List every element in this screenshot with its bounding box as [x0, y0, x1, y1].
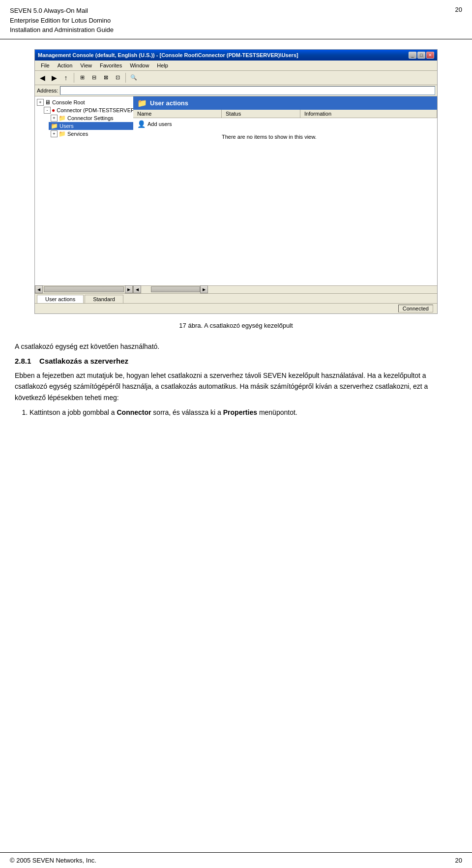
menubar: File Action View Favorites Window Help: [35, 61, 437, 71]
settings-folder-icon: 📁: [59, 115, 66, 122]
add-users-icon: 👤: [137, 120, 146, 128]
toolbar-btn2[interactable]: ⊞: [77, 72, 88, 83]
toolbar-btn6[interactable]: 🔍: [128, 72, 139, 83]
list-item-1: Kattintson a jobb gombbal a Connector so…: [30, 407, 457, 418]
status-bar: Connected: [35, 303, 437, 313]
toolbar: ◀ ▶ ↑ ⊞ ⊟ ⊠ ⊡ 🔍: [35, 71, 437, 85]
menu-window[interactable]: Window: [126, 62, 153, 69]
console-root-icon: 🖥: [45, 99, 51, 106]
main-content: Management Console (default, English (U.…: [0, 39, 472, 432]
folder-icon: 📁: [137, 98, 147, 108]
list-item-1-text-end: menüpontot.: [257, 408, 297, 416]
tree-hscrollbar[interactable]: ◀ ▶: [35, 285, 133, 293]
list-header: Name Status Information: [133, 110, 437, 118]
expand-icon-services[interactable]: +: [51, 130, 58, 137]
address-field[interactable]: [60, 86, 435, 95]
scroll-right-btn[interactable]: ▶: [125, 285, 133, 293]
toolbar-separator1: [74, 73, 74, 83]
no-items-message: There are no items to show in this view.: [133, 130, 437, 285]
hscroll-right-btn[interactable]: ▶: [200, 285, 208, 293]
toolbar-up[interactable]: ↑: [60, 72, 71, 83]
figure-caption: 17 ábra. A csatlakozó egység kezelőpult: [15, 322, 457, 329]
numbered-list: Kattintson a jobb gombbal a Connector so…: [30, 407, 457, 418]
menu-favorites[interactable]: Favorites: [96, 62, 126, 69]
tree-panel: + 🖥 Console Root - ● Connector (PDM-TEST…: [35, 96, 133, 285]
right-hscrollbar[interactable]: ◀ ▶: [133, 285, 437, 293]
toolbar-btn3[interactable]: ⊟: [88, 72, 99, 83]
scrollbar-thumb[interactable]: [44, 286, 124, 292]
menu-help[interactable]: Help: [153, 62, 172, 69]
header-page-number: 20: [455, 6, 462, 13]
scroll-left-btn[interactable]: ◀: [35, 285, 43, 293]
toolbar-forward[interactable]: ▶: [49, 72, 59, 83]
screenshot-container: Management Console (default, English (U.…: [34, 49, 438, 314]
hscrollbar-thumb[interactable]: [151, 286, 200, 292]
window-bottom: User actions Standard Connected: [35, 293, 437, 313]
list-item-1-text-mid: sorra, és válassza ki a: [151, 408, 223, 416]
hscroll-left-btn[interactable]: ◀: [133, 285, 141, 293]
toolbar-btn4[interactable]: ⊠: [100, 72, 111, 83]
address-bar: Address:: [35, 85, 437, 96]
tab-standard[interactable]: Standard: [85, 295, 123, 303]
toolbar-btn5[interactable]: ⊡: [112, 72, 123, 83]
add-users-row[interactable]: 👤 Add users: [133, 118, 437, 130]
titlebar-buttons: _ □ ✕: [409, 52, 434, 59]
tree-item-console-root[interactable]: + 🖥 Console Root: [35, 98, 133, 106]
document-header: SEVEN 5.0 Always-On Mail Enterprise Edit…: [0, 0, 472, 39]
col-info[interactable]: Information: [300, 110, 437, 118]
tree-item-connector[interactable]: - ● Connector (PDM-TESTSERVER): [42, 106, 133, 114]
no-items-text: There are no items to show in this view.: [222, 134, 317, 140]
tab-user-actions[interactable]: User actions: [37, 295, 84, 303]
expand-icon-settings[interactable]: +: [51, 115, 58, 122]
services-label: Services: [67, 131, 88, 137]
add-users-label: Add users: [148, 121, 172, 127]
body-text-section: Ebben a fejezetben azt mutatjuk be, hogy…: [15, 370, 457, 403]
console-root-label: Console Root: [52, 99, 85, 105]
tree-item-services[interactable]: + 📁 Services: [49, 130, 133, 138]
expand-icon[interactable]: +: [37, 99, 44, 106]
body-text-intro: A csatlakozó egység ezt követően használ…: [15, 341, 457, 352]
header-line1: SEVEN 5.0 Always-On Mail: [10, 6, 114, 16]
services-folder-icon: 📁: [59, 130, 66, 137]
right-panel-header: 📁 User actions: [133, 96, 437, 110]
titlebar-title: Management Console (default, English (U.…: [38, 52, 298, 58]
toolbar-separator2: [125, 73, 126, 83]
document-footer: © 2005 SEVEN Networks, Inc. 20: [0, 852, 472, 868]
users-folder-icon: 📁: [51, 123, 58, 129]
footer-right: 20: [455, 857, 462, 864]
menu-action[interactable]: Action: [54, 62, 77, 69]
col-name[interactable]: Name: [133, 110, 222, 118]
users-label: Users: [59, 123, 74, 129]
tree-item-connector-settings[interactable]: + 📁 Connector Settings: [49, 114, 133, 122]
section-title: Csatlakozás a szerverhez: [39, 357, 128, 365]
menu-file[interactable]: File: [37, 62, 54, 69]
col-status[interactable]: Status: [222, 110, 300, 118]
maximize-button[interactable]: □: [417, 52, 425, 59]
header-line3: Installation and Administration Guide: [10, 25, 114, 35]
caption-text: 17 ábra. A csatlakozó egység kezelőpult: [179, 322, 293, 329]
right-panel-title: User actions: [150, 99, 188, 107]
connector-icon: ●: [52, 107, 55, 114]
toolbar-back[interactable]: ◀: [37, 72, 48, 83]
list-item-1-text-before: Kattintson a jobb gombbal a: [30, 408, 117, 416]
window-titlebar: Management Console (default, English (U.…: [35, 50, 437, 61]
tree-item-users[interactable]: 📁 Users: [49, 122, 133, 130]
section-number: 2.8.1: [15, 357, 31, 365]
connector-settings-label: Connector Settings: [67, 115, 114, 121]
menu-view[interactable]: View: [76, 62, 96, 69]
minimize-button[interactable]: _: [409, 52, 416, 59]
status-connected: Connected: [398, 305, 433, 312]
list-item-1-bold1: Connector: [117, 408, 151, 416]
address-label: Address:: [37, 88, 58, 93]
expand-icon-connector[interactable]: -: [44, 107, 51, 114]
section-heading: 2.8.1 Csatlakozás a szerverhez: [15, 357, 457, 365]
close-button[interactable]: ✕: [426, 52, 434, 59]
connector-label: Connector (PDM-TESTSERVER): [57, 107, 133, 113]
tabs-bar: User actions Standard: [35, 294, 437, 303]
list-item-1-bold2: Properties: [223, 408, 257, 416]
window-body: + 🖥 Console Root - ● Connector (PDM-TEST…: [35, 96, 437, 293]
header-line2: Enterprise Edition for Lotus Domino: [10, 16, 114, 26]
right-panel: 📁 User actions Name Status Information 👤…: [133, 96, 437, 293]
footer-left: © 2005 SEVEN Networks, Inc.: [10, 857, 96, 864]
header-text: SEVEN 5.0 Always-On Mail Enterprise Edit…: [10, 6, 114, 35]
